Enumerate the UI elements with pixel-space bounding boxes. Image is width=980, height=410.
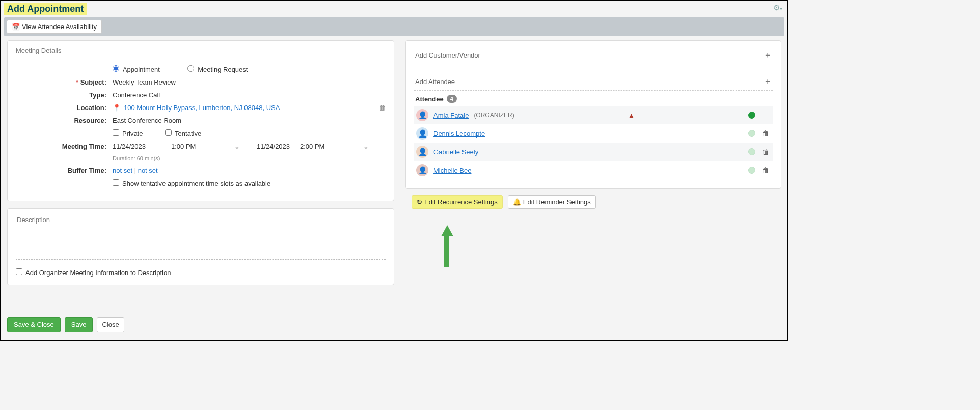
refresh-icon: ↻ [417, 198, 422, 206]
status-dot [748, 130, 755, 137]
add-attendee-row[interactable]: Add Attendee ＋ [414, 73, 773, 91]
buffer-after-link[interactable]: not set [138, 167, 158, 174]
subject-value[interactable]: Weekly Team Review [113, 78, 386, 86]
attendee-row: 👤Dennis Lecompte🗑 [414, 124, 773, 143]
location-label: Location: [16, 104, 113, 112]
organizer-tag: (ORGANIZER) [474, 112, 514, 119]
tentative-label: Tentative [175, 130, 201, 138]
start-date[interactable]: 11/24/2023 [113, 143, 171, 150]
buffer-sep: | [134, 167, 138, 174]
save-close-button[interactable]: Save & Close [7, 317, 61, 332]
attendee-count-badge: 4 [447, 95, 457, 103]
buffer-time-label: Buffer Time: [16, 167, 113, 174]
save-button[interactable]: Save [65, 317, 93, 332]
chevron-down-icon[interactable]: ⌄ [232, 143, 241, 150]
resource-label: Resource: [16, 117, 113, 124]
attendee-name-link[interactable]: Amia Fatale [433, 112, 469, 119]
status-dot [748, 167, 755, 174]
location-pin-icon: 📍 [113, 104, 121, 112]
show-tentative-label: Show tentative appointment time slots as… [122, 180, 270, 187]
appointment-radio[interactable]: Appointment [113, 66, 162, 73]
attendee-name-link[interactable]: Dennis Lecompte [433, 130, 485, 138]
gear-icon[interactable]: ⚙▾ [773, 3, 784, 12]
warning-icon: ▲ [628, 111, 635, 120]
description-card: Add Organizer Meeting Information to Des… [7, 208, 394, 285]
attendee-heading: Attendee [415, 95, 444, 103]
add-customer-vendor-label: Add Customer/Vendor [415, 51, 480, 59]
meeting-request-radio[interactable]: Meeting Request [187, 66, 248, 73]
tentative-checkbox[interactable]: Tentative [165, 130, 201, 138]
type-value[interactable]: Conference Call [113, 91, 386, 99]
attendee-card: Add Customer/Vendor ＋ Add Attendee ＋ Att… [405, 40, 781, 189]
add-organizer-info-checkbox[interactable]: Add Organizer Meeting Information to Des… [16, 269, 171, 277]
private-label: Private [122, 130, 143, 138]
status-dot [748, 148, 755, 155]
view-availability-label: View Attendee Availability [22, 23, 97, 31]
meeting-request-radio-label: Meeting Request [198, 66, 248, 73]
avatar: 👤 [416, 164, 428, 176]
avatar: 👤 [416, 109, 428, 121]
meeting-details-heading: Meeting Details [16, 46, 386, 58]
attendee-row: 👤Amia Fatale (ORGANIZER)▲ [414, 106, 773, 124]
page-title: Add Appointment [4, 3, 87, 15]
close-button[interactable]: Close [97, 317, 124, 332]
remove-attendee-icon[interactable]: 🗑 [760, 166, 771, 174]
attendee-name-link[interactable]: Michelle Bee [433, 167, 471, 174]
chevron-down-icon-2[interactable]: ⌄ [361, 143, 370, 150]
add-attendee-label: Add Attendee [415, 78, 455, 86]
calendar-icon: 📅 [12, 23, 20, 31]
resource-value[interactable]: East Conference Room [113, 117, 386, 124]
type-label: Type: [16, 91, 113, 99]
bell-icon: 🔔 [513, 198, 521, 206]
edit-recurrence-label: Edit Recurrence Settings [424, 198, 498, 206]
private-checkbox[interactable]: Private [113, 130, 145, 138]
attendee-name-link[interactable]: Gabrielle Seely [433, 148, 478, 156]
attendee-row: 👤Gabrielle Seely🗑 [414, 143, 773, 161]
appointment-radio-label: Appointment [123, 66, 160, 73]
location-delete-icon[interactable]: 🗑 [379, 104, 386, 112]
meeting-details-card: Meeting Details Appointment Meeting Requ… [7, 40, 394, 201]
add-organizer-info-label: Add Organizer Meeting Information to Des… [25, 269, 171, 277]
toolbar: 📅 View Attendee Availability [4, 17, 784, 36]
plus-icon[interactable]: ＋ [764, 50, 772, 61]
edit-reminder-button[interactable]: 🔔 Edit Reminder Settings [508, 195, 596, 209]
add-customer-vendor-row[interactable]: Add Customer/Vendor ＋ [414, 47, 773, 64]
remove-attendee-icon[interactable]: 🗑 [760, 148, 771, 156]
buffer-before-link[interactable]: not set [113, 167, 132, 174]
avatar: 👤 [416, 127, 428, 140]
attendee-row: 👤Michelle Bee🗑 [414, 161, 773, 179]
avatar: 👤 [416, 146, 428, 158]
edit-recurrence-button[interactable]: ↻ Edit Recurrence Settings [412, 195, 503, 209]
description-textarea[interactable] [16, 214, 386, 260]
show-tentative-checkbox[interactable]: Show tentative appointment time slots as… [113, 180, 270, 187]
meeting-time-label: Meeting Time: [16, 143, 113, 150]
duration-text: Duration: 60 min(s) [113, 155, 386, 161]
view-availability-button[interactable]: 📅 View Attendee Availability [7, 20, 102, 34]
plus-icon-2[interactable]: ＋ [764, 76, 772, 87]
edit-reminder-label: Edit Reminder Settings [523, 198, 591, 206]
subject-label: Subject: [16, 78, 113, 86]
end-date[interactable]: 11/24/2023 [257, 143, 300, 150]
status-dot [748, 112, 755, 119]
remove-attendee-icon[interactable]: 🗑 [760, 129, 771, 138]
location-link[interactable]: 100 Mount Holly Bypass, Lumberton, NJ 08… [124, 104, 280, 112]
